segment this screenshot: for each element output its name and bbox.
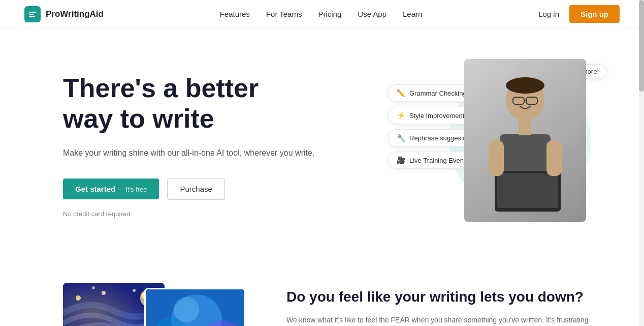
hero-title: There's a better way to write (63, 73, 314, 134)
scrollbar[interactable] (639, 0, 644, 326)
nav-use-app[interactable]: Use App (358, 10, 387, 18)
purchase-button[interactable]: Purchase (167, 178, 224, 200)
hero-buttons: Get started — it's free Purchase (63, 178, 314, 200)
no-credit-card-text: No credit card required (63, 210, 314, 218)
svg-rect-12 (497, 173, 558, 208)
second-right: Do you feel like your writing lets you d… (286, 283, 601, 326)
blue-abstract-bg (146, 289, 244, 326)
second-section: My idea in my head Do you feel like your… (2, 262, 642, 326)
hero-person-illustration (464, 59, 586, 222)
hero-subtitle: Make your writing shine with our all-in-… (63, 146, 314, 160)
hero-section: There's a better way to write Make your … (2, 28, 642, 262)
svg-rect-10 (519, 119, 531, 135)
svg-point-19 (133, 289, 136, 292)
logo-icon (24, 6, 41, 22)
svg-rect-0 (29, 12, 36, 13)
navbar: ProWritingAid Features For Teams Pricing… (0, 0, 644, 28)
svg-point-8 (506, 77, 544, 94)
second-section-text: We know what it's like to feel the FEAR … (286, 314, 601, 326)
svg-rect-14 (546, 140, 562, 176)
svg-point-17 (102, 291, 106, 295)
get-started-button[interactable]: Get started — it's free (63, 179, 159, 199)
nav-pricing[interactable]: Pricing (318, 10, 341, 18)
svg-rect-1 (29, 14, 34, 15)
abstract-blue-image (144, 288, 246, 326)
style-icon: ⚡ (397, 111, 405, 120)
image-stack: My idea in my head (63, 283, 246, 326)
nav-learn[interactable]: Learn (403, 10, 422, 18)
hero-left: There's a better way to write Make your … (63, 73, 314, 217)
grammar-icon: ✏️ (397, 89, 405, 97)
second-left: My idea in my head (63, 283, 256, 326)
logo-text: ProWritingAid (46, 9, 104, 19)
svg-rect-13 (489, 140, 504, 176)
scrollbar-thumb[interactable] (639, 0, 644, 92)
login-button[interactable]: Log in (538, 10, 559, 18)
nav-links: Features For Teams Pricing Use App Learn (220, 10, 423, 19)
hero-illustration: ✏️ Grammar Checking ⚡ Style Improvements… (388, 59, 601, 232)
training-icon: 🎥 (397, 156, 405, 164)
logo-link[interactable]: ProWritingAid (24, 6, 104, 22)
second-section-title: Do you feel like your writing lets you d… (286, 288, 601, 306)
nav-actions: Log in Sign up (538, 5, 620, 23)
nav-for-teams[interactable]: For Teams (266, 10, 302, 18)
signup-button[interactable]: Sign up (569, 5, 620, 23)
svg-rect-2 (29, 16, 35, 17)
svg-point-27 (174, 297, 199, 322)
svg-point-16 (76, 295, 81, 301)
nav-features[interactable]: Features (220, 10, 250, 18)
rephrase-icon: 🔧 (397, 134, 405, 142)
svg-point-20 (92, 286, 95, 289)
